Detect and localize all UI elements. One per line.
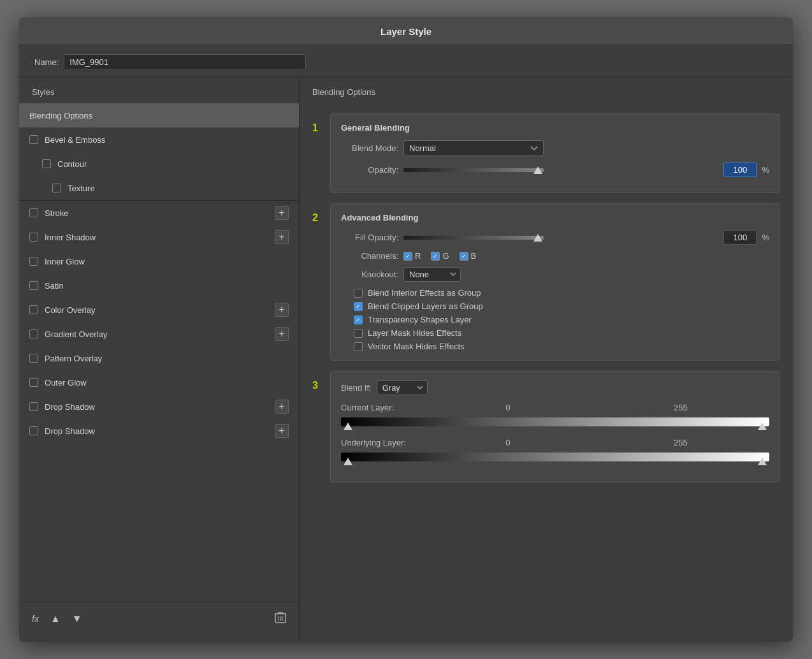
blend-if-section: Blend If: Gray Red Green Blue Current La… xyxy=(330,371,780,482)
left-panel: Styles Blending Options Bevel & Emboss C… xyxy=(19,77,300,642)
vector-mask-checkbox[interactable] xyxy=(354,342,363,351)
underlying-layer-thumb-right[interactable] xyxy=(758,458,767,465)
satin-checkbox[interactable] xyxy=(29,281,38,290)
blend-if-select[interactable]: Gray Red Green Blue xyxy=(377,380,428,395)
gradient-overlay-checkbox[interactable] xyxy=(29,330,38,338)
blend-interior-checkbox[interactable] xyxy=(354,289,363,298)
drop-shadow-2-checkbox[interactable] xyxy=(29,426,38,435)
sidebar-item-label: Inner Shadow xyxy=(45,233,275,242)
sidebar-item-label: Color Overlay xyxy=(45,305,275,315)
opacity-slider-track[interactable] xyxy=(403,168,544,172)
current-layer-block: Current Layer: 0 255 xyxy=(341,403,769,429)
channel-b[interactable]: B xyxy=(460,251,477,261)
move-up-button[interactable]: ▲ xyxy=(48,612,63,626)
sidebar-item-bevel-emboss[interactable]: Bevel & Emboss xyxy=(19,127,299,152)
underlying-layer-track[interactable] xyxy=(341,450,769,464)
transparency-shapes-checkbox[interactable] xyxy=(354,315,363,324)
inner-shadow-checkbox[interactable] xyxy=(29,233,38,242)
section-2-number: 2 xyxy=(312,212,324,224)
underlying-layer-thumb-left[interactable] xyxy=(344,458,352,465)
advanced-blending-section: Advanced Blending Fill Opacity: % xyxy=(330,203,780,361)
channel-b-checkbox[interactable] xyxy=(460,252,468,261)
layer-list: Blending Options Bevel & Emboss Contour … xyxy=(19,103,299,443)
blend-mode-select[interactable]: Normal Dissolve Darken Multiply xyxy=(403,140,544,156)
opacity-row: Opacity: % xyxy=(341,163,769,177)
sidebar-item-pattern-overlay[interactable]: Pattern Overlay xyxy=(19,346,299,370)
underlying-layer-gradient xyxy=(341,453,769,461)
sidebar-item-contour[interactable]: Contour xyxy=(19,152,299,176)
bevel-emboss-checkbox[interactable] xyxy=(29,135,38,144)
fill-opacity-slider-track[interactable] xyxy=(403,236,544,240)
sidebar-item-outer-glow[interactable]: Outer Glow xyxy=(19,370,299,395)
name-row: Name: xyxy=(19,45,793,77)
sidebar-item-gradient-overlay[interactable]: Gradient Overlay + xyxy=(19,322,299,346)
drop-shadow-1-add-button[interactable]: + xyxy=(275,400,289,414)
layer-style-dialog: Layer Style Name: Styles Blending Option… xyxy=(19,17,793,642)
drop-shadow-2-add-button[interactable]: + xyxy=(275,424,289,438)
sidebar-item-inner-glow[interactable]: Inner Glow xyxy=(19,249,299,273)
channel-g[interactable]: G xyxy=(431,251,449,261)
blend-if-label: Blend If: xyxy=(341,383,372,393)
blend-clipped-checkbox[interactable] xyxy=(354,302,363,311)
inner-shadow-add-button[interactable]: + xyxy=(275,230,289,244)
sidebar-item-blending-options[interactable]: Blending Options xyxy=(19,103,299,127)
fill-opacity-slider-thumb[interactable] xyxy=(533,234,542,242)
sidebar-item-color-overlay[interactable]: Color Overlay + xyxy=(19,298,299,322)
fx-button[interactable]: fx xyxy=(29,612,41,625)
drop-shadow-1-checkbox[interactable] xyxy=(29,402,38,411)
sidebar-item-drop-shadow-1[interactable]: Drop Shadow + xyxy=(19,395,299,419)
current-layer-thumb-right[interactable] xyxy=(758,423,767,430)
sidebar-item-drop-shadow-2[interactable]: Drop Shadow + xyxy=(19,419,299,443)
color-overlay-checkbox[interactable] xyxy=(29,305,38,314)
sidebar-item-label: Bevel & Emboss xyxy=(45,135,289,145)
channel-r[interactable]: R xyxy=(403,251,421,261)
sidebar-item-label: Outer Glow xyxy=(45,378,289,387)
sidebar-item-label: Texture xyxy=(68,184,289,193)
option-blend-clipped: Blend Clipped Layers as Group xyxy=(354,301,769,311)
right-panel: Blending Options 1 General Blending Blen… xyxy=(300,77,793,642)
sidebar-item-label: Drop Shadow xyxy=(45,402,275,412)
sidebar-item-inner-shadow[interactable]: Inner Shadow + xyxy=(19,225,299,249)
channel-r-checkbox[interactable] xyxy=(403,252,412,261)
sidebar-item-label: Contour xyxy=(57,159,289,169)
stroke-add-button[interactable]: + xyxy=(275,206,289,220)
channel-g-label: G xyxy=(442,251,449,261)
sidebar-item-stroke[interactable]: Stroke + xyxy=(19,201,299,225)
blend-mode-label: Blend Mode: xyxy=(341,143,398,153)
sidebar-item-label: Inner Glow xyxy=(45,257,289,266)
current-layer-slider xyxy=(341,415,769,429)
pattern-overlay-checkbox[interactable] xyxy=(29,354,38,363)
name-input[interactable] xyxy=(64,54,306,70)
texture-checkbox[interactable] xyxy=(52,184,61,192)
move-down-button[interactable]: ▼ xyxy=(69,612,85,626)
channel-g-checkbox[interactable] xyxy=(431,252,440,261)
delete-button[interactable] xyxy=(272,610,289,628)
knockout-row: Knockout: None Shallow Deep xyxy=(341,267,769,282)
opacity-input[interactable] xyxy=(723,163,757,177)
section-1-number: 1 xyxy=(312,122,324,134)
inner-glow-checkbox[interactable] xyxy=(29,257,38,266)
knockout-label: Knockout: xyxy=(341,270,398,279)
current-layer-thumb-left[interactable] xyxy=(344,423,352,430)
contour-checkbox[interactable] xyxy=(42,159,51,168)
opacity-slider-thumb[interactable] xyxy=(533,166,542,174)
sidebar-item-label: Gradient Overlay xyxy=(45,330,275,339)
fill-opacity-input[interactable] xyxy=(723,230,757,245)
stroke-checkbox[interactable] xyxy=(29,208,38,217)
gradient-overlay-add-button[interactable]: + xyxy=(275,327,289,341)
color-overlay-add-button[interactable]: + xyxy=(275,303,289,317)
sidebar-item-satin[interactable]: Satin xyxy=(19,273,299,298)
current-layer-name: Current Layer: xyxy=(341,403,417,412)
current-layer-track[interactable] xyxy=(341,415,769,429)
knockout-select[interactable]: None Shallow Deep xyxy=(403,267,461,282)
option-blend-interior: Blend Interior Effects as Group xyxy=(354,288,769,298)
left-footer: fx ▲ ▼ xyxy=(19,602,299,635)
sidebar-item-label: Blending Options xyxy=(29,111,289,120)
underlying-layer-min: 0 xyxy=(505,438,510,447)
sidebar-item-label: Satin xyxy=(45,281,289,291)
outer-glow-checkbox[interactable] xyxy=(29,378,38,387)
styles-header: Styles xyxy=(19,87,299,103)
sidebar-item-texture[interactable]: Texture xyxy=(19,176,299,200)
layer-mask-checkbox[interactable] xyxy=(354,329,363,338)
blend-if-row: Blend If: Gray Red Green Blue xyxy=(341,380,769,395)
